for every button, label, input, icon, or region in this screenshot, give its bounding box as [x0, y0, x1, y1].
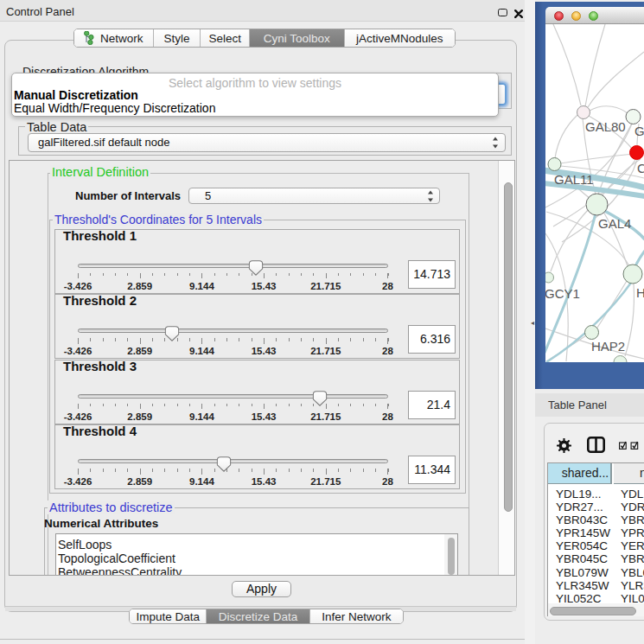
svg-text:H: H	[636, 285, 644, 300]
svg-text:HAP2: HAP2	[591, 339, 625, 354]
svg-text:GAL80: GAL80	[585, 119, 626, 134]
svg-text:GAL11: GAL11	[554, 172, 594, 187]
svg-text:GA: GA	[634, 124, 644, 138]
svg-text:GAL4: GAL4	[598, 216, 631, 231]
svg-text:C: C	[637, 161, 644, 175]
svg-text:GCY1: GCY1	[545, 286, 580, 301]
